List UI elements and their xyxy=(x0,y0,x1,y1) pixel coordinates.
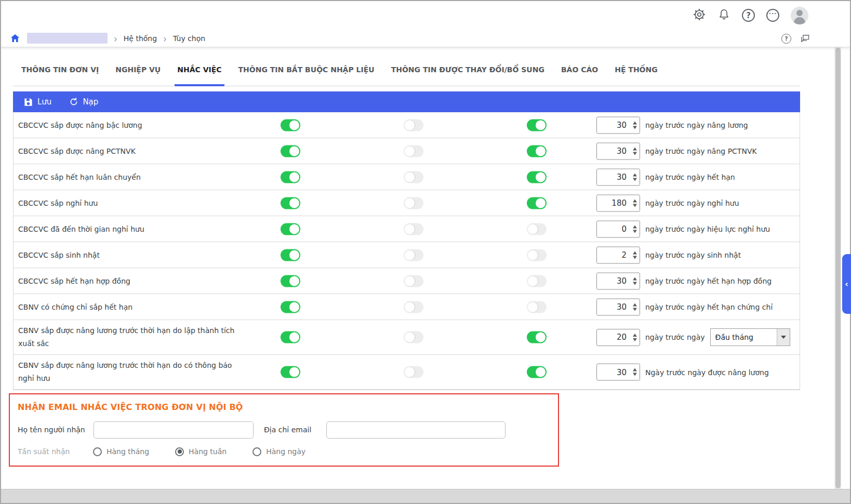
spinner-buttons[interactable] xyxy=(633,117,637,133)
spin-up-icon[interactable] xyxy=(633,368,637,372)
toggle-switch-1[interactable] xyxy=(281,171,300,183)
save-button[interactable]: Lưu xyxy=(23,97,51,107)
spin-up-icon[interactable] xyxy=(633,277,637,280)
spin-down-icon[interactable] xyxy=(633,256,637,259)
home-icon[interactable] xyxy=(10,34,20,43)
radio-icon[interactable] xyxy=(93,447,102,456)
toggle-switch-1[interactable] xyxy=(281,331,300,343)
toggle-switch-2[interactable] xyxy=(404,331,423,343)
days-input[interactable]: 2 xyxy=(596,246,640,263)
toggle-switch-1[interactable] xyxy=(281,249,300,261)
spin-down-icon[interactable] xyxy=(633,282,637,285)
days-input[interactable]: 20 xyxy=(596,329,640,346)
email-address-input[interactable] xyxy=(326,421,506,439)
spin-down-icon[interactable] xyxy=(633,178,637,181)
spinner-buttons[interactable] xyxy=(633,273,637,289)
spinner-buttons[interactable] xyxy=(633,364,637,380)
toggle-switch-2[interactable] xyxy=(404,249,423,261)
breadcrumb-item-he-thong[interactable]: Hệ thống xyxy=(124,34,157,43)
toggle-switch-2[interactable] xyxy=(404,223,423,235)
user-avatar[interactable] xyxy=(791,7,808,24)
help-circle-icon[interactable]: ? xyxy=(781,34,791,44)
spinner-buttons[interactable] xyxy=(633,221,637,237)
spin-down-icon[interactable] xyxy=(633,338,637,341)
toggle-switch-2[interactable] xyxy=(404,301,423,313)
days-input[interactable]: 30 xyxy=(596,168,640,185)
spin-up-icon[interactable] xyxy=(633,251,637,254)
days-input[interactable]: 0 xyxy=(596,220,640,237)
tab[interactable]: NGHIỆP VỤ xyxy=(107,54,169,86)
toggle-switch-3[interactable] xyxy=(527,197,547,209)
frequency-option[interactable]: Hàng ngày xyxy=(252,447,305,456)
spin-down-icon[interactable] xyxy=(633,204,637,207)
toggle-switch-3[interactable] xyxy=(527,119,547,131)
side-panel-toggle[interactable]: ‹ xyxy=(842,254,851,314)
more-options-icon[interactable]: ··· xyxy=(766,9,779,22)
toggle-switch-2[interactable] xyxy=(404,197,423,209)
toggle-switch-1[interactable] xyxy=(281,119,300,131)
period-dropdown[interactable]: Đầu tháng xyxy=(710,328,790,346)
toggle-switch-3[interactable] xyxy=(527,366,547,378)
days-input[interactable]: 30 xyxy=(596,272,640,289)
toggle-switch-3[interactable] xyxy=(527,171,547,183)
toggle-switch-1[interactable] xyxy=(281,145,300,157)
spin-down-icon[interactable] xyxy=(633,373,637,376)
toggle-switch-1[interactable] xyxy=(281,366,300,378)
tab[interactable]: NHẮC VIỆC xyxy=(169,54,230,86)
toggle-switch-1[interactable] xyxy=(281,275,300,287)
spin-down-icon[interactable] xyxy=(633,126,637,129)
breadcrumb-item-tuy-chon[interactable]: Tùy chọn xyxy=(173,34,205,43)
toggle-switch-2[interactable] xyxy=(404,366,423,378)
toggle-switch-3[interactable] xyxy=(527,249,547,261)
spinner-buttons[interactable] xyxy=(633,299,637,315)
feedback-chat-icon[interactable] xyxy=(800,34,810,44)
reload-button[interactable]: Nạp xyxy=(69,97,98,107)
spin-up-icon[interactable] xyxy=(633,334,637,337)
spin-up-icon[interactable] xyxy=(633,199,637,202)
recipient-name-input[interactable] xyxy=(94,421,254,439)
toggle-switch-2[interactable] xyxy=(404,119,423,131)
redacted-breadcrumb-item[interactable] xyxy=(27,33,108,44)
toggle-switch-3[interactable] xyxy=(527,331,547,343)
spin-down-icon[interactable] xyxy=(633,152,637,155)
days-input[interactable]: 180 xyxy=(596,194,640,211)
spin-up-icon[interactable] xyxy=(633,303,637,306)
toggle-switch-3[interactable] xyxy=(527,145,547,157)
scrollbar-thumb[interactable] xyxy=(835,48,841,488)
help-circle-icon[interactable]: ? xyxy=(742,9,755,22)
spin-up-icon[interactable] xyxy=(633,147,637,150)
toggle-switch-1[interactable] xyxy=(281,197,300,209)
toggle-switch-3[interactable] xyxy=(527,301,547,313)
frequency-option[interactable]: Hàng tháng xyxy=(93,447,149,456)
toggle-switch-2[interactable] xyxy=(404,275,423,287)
notifications-bell-icon[interactable] xyxy=(717,8,730,23)
radio-icon[interactable] xyxy=(252,447,261,456)
days-input[interactable]: 30 xyxy=(596,364,640,381)
spinner-buttons[interactable] xyxy=(633,143,637,159)
spinner-buttons[interactable] xyxy=(633,169,637,185)
spin-up-icon[interactable] xyxy=(633,121,637,124)
days-input[interactable]: 30 xyxy=(596,116,640,134)
frequency-option[interactable]: Hàng tuần xyxy=(175,447,227,456)
tab[interactable]: BÁO CÁO xyxy=(553,54,606,86)
tab[interactable]: THÔNG TIN BẮT BUỘC NHẬP LIỆU xyxy=(230,54,383,86)
days-input[interactable]: 30 xyxy=(596,298,640,315)
toggle-switch-1[interactable] xyxy=(281,223,300,235)
vertical-scrollbar[interactable] xyxy=(834,47,841,489)
spin-down-icon[interactable] xyxy=(633,308,637,311)
spinner-buttons[interactable] xyxy=(633,247,637,263)
tab[interactable]: THÔNG TIN ĐƯỢC THAY ĐỔI/BỔ SUNG xyxy=(383,54,553,86)
spinner-buttons[interactable] xyxy=(633,195,637,211)
chevron-down-icon[interactable] xyxy=(777,329,790,346)
spin-up-icon[interactable] xyxy=(633,225,637,228)
toggle-switch-3[interactable] xyxy=(527,223,547,235)
spinner-buttons[interactable] xyxy=(633,329,637,346)
toggle-switch-2[interactable] xyxy=(404,171,423,183)
toggle-switch-2[interactable] xyxy=(404,145,423,157)
spin-down-icon[interactable] xyxy=(633,230,637,233)
radio-icon[interactable] xyxy=(175,447,184,456)
settings-gear-icon[interactable] xyxy=(693,8,706,23)
spin-up-icon[interactable] xyxy=(633,173,637,176)
tab[interactable]: THÔNG TIN ĐƠN VỊ xyxy=(13,54,107,86)
toggle-switch-1[interactable] xyxy=(281,301,300,313)
